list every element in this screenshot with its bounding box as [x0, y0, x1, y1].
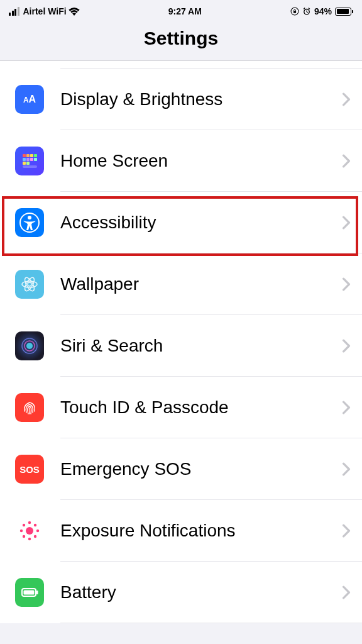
page-title: Settings	[0, 28, 362, 49]
accessibility-icon	[15, 208, 44, 237]
svg-point-27	[36, 530, 39, 532]
row-wallpaper[interactable]: Wallpaper	[0, 253, 362, 315]
svg-point-25	[28, 538, 31, 540]
chevron-right-icon	[342, 154, 351, 168]
chevron-right-icon	[342, 462, 351, 476]
svg-point-23	[26, 527, 33, 535]
battery-settings-icon	[15, 578, 44, 607]
wifi-icon	[69, 8, 80, 16]
row-label: Display & Brightness	[60, 89, 342, 109]
signal-icon	[9, 7, 19, 16]
chevron-right-icon	[342, 524, 351, 538]
svg-point-24	[28, 521, 31, 524]
chevron-right-icon	[342, 586, 351, 599]
svg-point-22	[26, 343, 33, 349]
svg-rect-12	[26, 162, 30, 165]
battery-pct: 94%	[314, 6, 332, 16]
svg-rect-33	[24, 591, 35, 595]
row-label: Emergency SOS	[60, 459, 342, 479]
svg-rect-8	[26, 158, 30, 161]
chevron-right-icon	[342, 401, 351, 414]
row-home-screen[interactable]: Home Screen	[0, 130, 362, 192]
battery-icon	[335, 8, 353, 16]
row-label: Touch ID & Passcode	[60, 397, 342, 418]
svg-rect-6	[34, 154, 37, 157]
rotation-lock-icon	[290, 7, 299, 16]
row-siri-search[interactable]: Siri & Search	[0, 315, 362, 377]
svg-point-15	[28, 216, 31, 219]
navbar: Settings	[0, 19, 362, 61]
row-label: Wallpaper	[60, 274, 342, 294]
svg-point-26	[20, 530, 23, 532]
row-accessibility[interactable]: Accessibility	[0, 192, 362, 253]
chevron-right-icon	[342, 92, 351, 106]
display-brightness-icon: AA	[15, 85, 44, 114]
status-bar: Airtel WiFi 9:27 AM 94%	[0, 0, 362, 19]
row-exposure-notifications[interactable]: Exposure Notifications	[0, 500, 362, 562]
svg-point-30	[23, 535, 25, 538]
exposure-icon	[15, 516, 44, 545]
status-left: Airtel WiFi	[9, 6, 80, 16]
row-label: Battery	[60, 582, 342, 602]
row-display-brightness[interactable]: AA Display & Brightness	[0, 69, 362, 130]
svg-rect-9	[30, 158, 33, 161]
home-screen-icon	[15, 147, 44, 175]
chevron-right-icon	[342, 216, 351, 230]
row-touch-id-passcode[interactable]: Touch ID & Passcode	[0, 377, 362, 438]
svg-rect-10	[34, 158, 37, 161]
svg-point-29	[34, 524, 36, 526]
row-label: Accessibility	[60, 213, 342, 233]
chevron-right-icon	[342, 339, 351, 353]
svg-rect-13	[23, 165, 37, 168]
svg-point-31	[34, 535, 36, 538]
svg-rect-4	[26, 154, 30, 157]
row-label: Siri & Search	[60, 336, 342, 356]
svg-rect-5	[30, 154, 33, 157]
status-right: 94%	[290, 6, 353, 16]
touch-id-icon	[15, 393, 44, 422]
svg-point-16	[28, 282, 31, 286]
svg-rect-3	[23, 154, 26, 157]
svg-rect-11	[23, 162, 26, 165]
chevron-right-icon	[342, 277, 351, 291]
svg-rect-7	[23, 158, 26, 161]
section-boundary	[60, 61, 362, 69]
siri-icon	[15, 331, 44, 360]
svg-rect-1	[293, 11, 296, 13]
settings-list: AA Display & Brightness Home Screen Acce…	[0, 61, 362, 623]
row-label: Home Screen	[60, 151, 342, 171]
row-label: Exposure Notifications	[60, 521, 342, 541]
carrier-label: Airtel WiFi	[23, 6, 67, 16]
svg-rect-34	[36, 591, 38, 594]
svg-point-28	[23, 524, 25, 526]
status-time: 9:27 AM	[168, 6, 202, 16]
alarm-icon	[302, 7, 311, 16]
row-emergency-sos[interactable]: SOS Emergency SOS	[0, 438, 362, 500]
wallpaper-icon	[15, 270, 44, 299]
row-battery[interactable]: Battery	[0, 562, 362, 623]
sos-icon: SOS	[15, 455, 44, 484]
